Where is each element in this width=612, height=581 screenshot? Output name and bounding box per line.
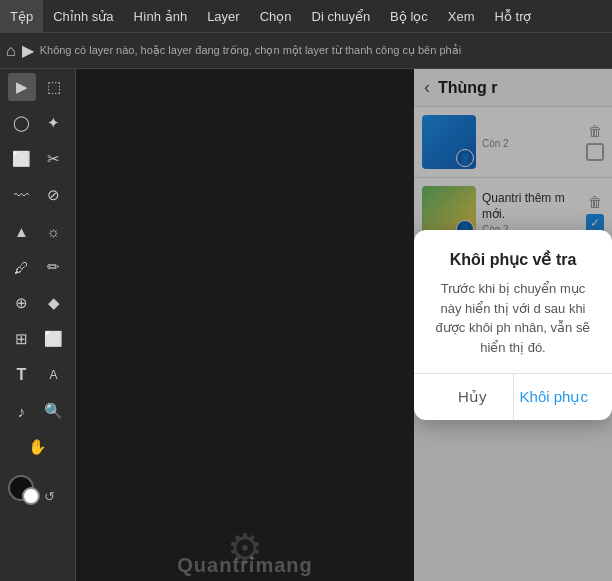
- tool-row-1: ▶ ⬚: [0, 69, 75, 105]
- toolbar-hint: Không có layer nào, hoặc layer đang trốn…: [40, 44, 606, 57]
- tool-row-4: 〰 ⊘: [0, 177, 75, 213]
- lasso-tool[interactable]: ◯: [8, 109, 36, 137]
- tool-row-9: T A: [0, 357, 75, 393]
- tool-row-2: ◯ ✦: [0, 105, 75, 141]
- tool-row-10: ♪ 🔍: [0, 393, 75, 429]
- notes-tool[interactable]: ♪: [8, 397, 36, 425]
- menu-layer[interactable]: Layer: [197, 0, 250, 32]
- tool-row-8: ⊞ ⬜: [0, 321, 75, 357]
- menu-image[interactable]: Hình ảnh: [124, 0, 198, 32]
- menu-file[interactable]: Tệp: [0, 0, 43, 32]
- magic-tool[interactable]: ✦: [40, 109, 68, 137]
- text-tool[interactable]: T: [8, 361, 36, 389]
- swap-colors-icon[interactable]: ↺: [44, 489, 55, 504]
- main-area: ▶ ⬚ ◯ ✦ ⬜ ✂ 〰 ⊘ ▲ ☼ 🖊 ✏ ⊕ ◆ ⊞ ⬜: [0, 69, 612, 581]
- tools-panel: ▶ ⬚ ◯ ✦ ⬜ ✂ 〰 ⊘ ▲ ☼ 🖊 ✏ ⊕ ◆ ⊞ ⬜: [0, 69, 76, 581]
- select-tool[interactable]: ⬚: [40, 73, 68, 101]
- right-panel: ‹ Thùng r 👤 Còn 2 🗑 👤: [414, 69, 612, 581]
- tool-row-7: ⊕ ◆: [0, 285, 75, 321]
- toolbar: ⌂ ▶ Không có layer nào, hoặc layer đang …: [0, 33, 612, 69]
- gear-watermark-icon: ⚙: [227, 525, 263, 571]
- tool-row-3: ⬜ ✂: [0, 141, 75, 177]
- menu-help[interactable]: Hỗ trợ: [485, 0, 542, 32]
- arrow-icon[interactable]: ▶: [22, 41, 34, 60]
- watermark-text: Quantrimang: [173, 550, 316, 581]
- text2-tool[interactable]: A: [40, 361, 68, 389]
- pen-tool[interactable]: 🖊: [8, 253, 36, 281]
- zoom-tool[interactable]: 🔍: [40, 397, 68, 425]
- tool-row-6: 🖊 ✏: [0, 249, 75, 285]
- modal-body: Trước khi bị chuyển mục này hiển thị với…: [432, 279, 594, 357]
- rect2-tool[interactable]: ⬜: [40, 325, 68, 353]
- background-color[interactable]: [22, 487, 40, 505]
- tool-row-5: ▲ ☼: [0, 213, 75, 249]
- pencil-tool[interactable]: ✏: [40, 253, 68, 281]
- menu-move[interactable]: Di chuyển: [302, 0, 381, 32]
- modal-confirm-button[interactable]: Khôi phục: [514, 374, 595, 420]
- modal-dialog: Khôi phục về tra Trước khi bị chuyển mục…: [414, 230, 612, 420]
- canvas-area: ⚙ Quantrimang: [76, 69, 414, 581]
- crop-tool[interactable]: ⬜: [8, 145, 36, 173]
- modal-title: Khôi phục về tra: [432, 250, 594, 269]
- menubar: Tệp Chỉnh sửa Hình ảnh Layer Chọn Di chu…: [0, 0, 612, 33]
- fill-tool[interactable]: ☼: [40, 217, 68, 245]
- modal-overlay: Khôi phục về tra Trước khi bị chuyển mục…: [414, 69, 612, 581]
- heal-tool[interactable]: 〰: [8, 181, 36, 209]
- brush-tool[interactable]: ⊘: [40, 181, 68, 209]
- home-icon[interactable]: ⌂: [6, 42, 16, 60]
- dropper-tool[interactable]: ▲: [8, 217, 36, 245]
- slice-tool[interactable]: ✂: [40, 145, 68, 173]
- tool-row-11: ✋: [0, 429, 75, 465]
- add-anchor-tool[interactable]: ⊕: [8, 289, 36, 317]
- menu-filter[interactable]: Bộ lọc: [380, 0, 438, 32]
- move-tool[interactable]: ▶: [8, 73, 36, 101]
- menu-select[interactable]: Chọn: [250, 0, 302, 32]
- menu-view[interactable]: Xem: [438, 0, 485, 32]
- modal-cancel-button[interactable]: Hủy: [432, 374, 514, 420]
- shape4-tool[interactable]: ⊞: [8, 325, 36, 353]
- convert-tool[interactable]: ◆: [40, 289, 68, 317]
- modal-actions: Hủy Khôi phục: [432, 374, 594, 420]
- menu-edit[interactable]: Chỉnh sửa: [43, 0, 123, 32]
- hand-tool[interactable]: ✋: [24, 433, 52, 461]
